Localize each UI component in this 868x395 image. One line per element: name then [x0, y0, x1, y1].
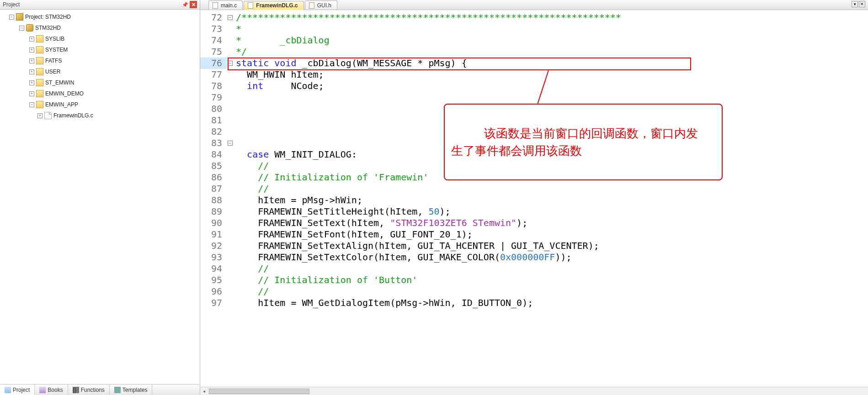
- tree-folder[interactable]: EMWIN_APP: [1, 99, 199, 110]
- project-panel: Project 📌 ✕ Project: STM32HD: [0, 0, 200, 395]
- expand-icon[interactable]: [9, 15, 14, 20]
- tree-root[interactable]: Project: STM32HD: [1, 11, 199, 22]
- annotation-highlight-box: [228, 58, 691, 70]
- expand-icon[interactable]: [19, 26, 24, 31]
- project-tree[interactable]: Project: STM32HD STM32HD SYSLIBSYSTEMFAT…: [0, 10, 200, 384]
- app-root: Project 📌 ✕ Project: STM32HD: [0, 0, 868, 395]
- fold-toggle[interactable]: −: [228, 15, 233, 20]
- tree-folder[interactable]: FATFS: [1, 55, 199, 66]
- workspace-icon: [16, 13, 23, 21]
- tabbar-dropdown-button[interactable]: ▾: [852, 1, 858, 7]
- project-panel-title: Project 📌 ✕: [0, 0, 200, 10]
- tree-folder[interactable]: SYSLIB: [1, 33, 199, 44]
- tree-folder-label: FATFS: [45, 55, 62, 66]
- expand-icon[interactable]: [29, 69, 34, 74]
- panel-bottom-tabs: Project Books {}Functions Templates: [0, 384, 200, 395]
- tree-folder-label: SYSTEM: [45, 44, 68, 55]
- editor-tabbar: main.c FramewinDLG.c GUI.h ▾ ✕: [200, 0, 868, 10]
- folder-icon: [36, 68, 43, 75]
- folder-icon: [36, 101, 43, 108]
- tab-main-c[interactable]: main.c: [208, 0, 243, 10]
- expand-icon[interactable]: [29, 37, 34, 42]
- line-number-gutter: 7273747576777879808182838485868788899091…: [200, 10, 227, 309]
- expand-icon[interactable]: [29, 47, 34, 53]
- code-editor[interactable]: 7273747576777879808182838485868788899091…: [200, 10, 868, 387]
- expand-icon[interactable]: [37, 113, 43, 118]
- tab-framewindlg-c[interactable]: FramewinDLG.c: [244, 1, 304, 10]
- tabbar-close-button[interactable]: ✕: [859, 1, 865, 7]
- tree-folder[interactable]: USER: [1, 66, 199, 77]
- folder-icon: [36, 79, 43, 86]
- project-tab-icon: [5, 387, 11, 393]
- project-panel-title-text: Project: [3, 1, 20, 8]
- editor-panel: main.c FramewinDLG.c GUI.h ▾ ✕ 727374757…: [200, 0, 868, 395]
- tree-folder-label: USER: [45, 66, 60, 77]
- h-file-icon: [309, 2, 314, 9]
- templates-tab-icon: [114, 387, 121, 393]
- bottom-tab-project[interactable]: Project: [0, 384, 35, 395]
- tree-file-label: FramewinDLG.c: [53, 110, 93, 121]
- tree-folder[interactable]: SYSTEM: [1, 44, 199, 55]
- books-tab-icon: [39, 387, 46, 393]
- target-icon: [26, 24, 33, 32]
- tree-folder-label: EMWIN_APP: [45, 99, 78, 110]
- annotation-text: 该函数是当前窗口的回调函数，窗口内发 生了事件都会调用该函数: [451, 126, 698, 158]
- tree-folder[interactable]: EMWIN_DEMO: [1, 88, 199, 99]
- expand-icon[interactable]: [29, 91, 34, 96]
- bottom-tab-books[interactable]: Books: [35, 384, 68, 395]
- bottom-tab-functions[interactable]: {}Functions: [68, 384, 110, 395]
- folder-icon: [36, 90, 43, 97]
- tree-root-label: Project: STM32HD: [25, 11, 71, 22]
- tree-folder-label: ST_EMWIN: [45, 77, 74, 88]
- c-file-icon: [44, 112, 52, 119]
- tree-target[interactable]: STM32HD: [1, 22, 199, 33]
- pin-icon[interactable]: 📌: [181, 1, 189, 8]
- c-file-icon: [213, 2, 218, 9]
- tree-file[interactable]: FramewinDLG.c: [1, 110, 199, 121]
- scroll-left-button[interactable]: ◂: [200, 388, 208, 395]
- tree-folder[interactable]: ST_EMWIN: [1, 77, 199, 88]
- tab-gui-h[interactable]: GUI.h: [305, 0, 337, 10]
- c-file-icon: [248, 2, 253, 9]
- annotation-text-box: 该函数是当前窗口的回调函数，窗口内发 生了事件都会调用该函数: [444, 104, 723, 180]
- fold-column: −−−: [227, 10, 233, 309]
- bottom-tab-templates[interactable]: Templates: [110, 384, 153, 395]
- tree-target-label: STM32HD: [35, 22, 61, 33]
- scroll-thumb[interactable]: [209, 389, 309, 394]
- functions-tab-icon: {}: [73, 387, 79, 393]
- expand-icon[interactable]: [29, 102, 34, 107]
- folder-icon: [36, 35, 43, 42]
- expand-icon[interactable]: [29, 80, 34, 85]
- tree-folder-label: SYSLIB: [45, 33, 64, 44]
- folder-icon: [36, 57, 43, 64]
- panel-close-button[interactable]: ✕: [190, 1, 197, 8]
- tree-folder-label: EMWIN_DEMO: [45, 88, 84, 99]
- horizontal-scrollbar[interactable]: ◂: [200, 387, 868, 395]
- expand-icon[interactable]: [29, 58, 34, 63]
- fold-toggle[interactable]: −: [228, 141, 233, 146]
- folder-icon: [36, 46, 43, 53]
